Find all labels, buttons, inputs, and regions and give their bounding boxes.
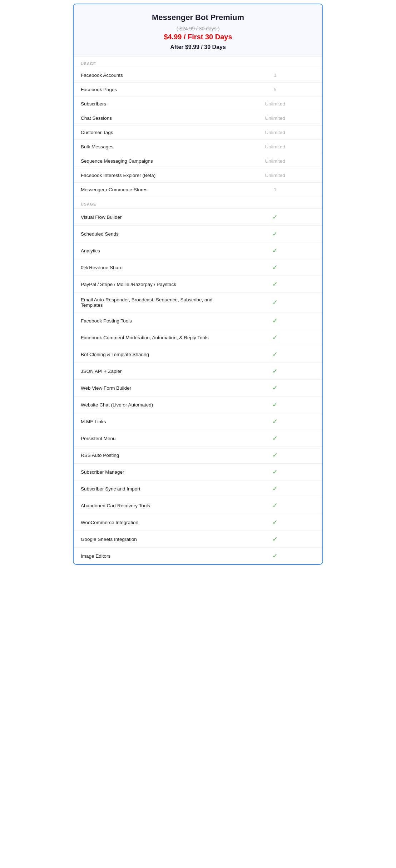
feature-name: 0% Revenue Share [74, 259, 228, 276]
feature-value: ✓ [228, 226, 322, 242]
feature-value: ✓ [228, 329, 322, 346]
feature-name: Facebook Pages [74, 83, 228, 97]
feature-name: M.ME Links [74, 413, 228, 430]
feature-name: Web View Form Builder [74, 380, 228, 396]
feature-value: ✓ [228, 430, 322, 447]
feature-value: ✓ [228, 363, 322, 380]
feature-name: Subscriber Manager [74, 464, 228, 480]
feature-name: Subscribers [74, 97, 228, 111]
feature-name: Email Auto-Responder, Broadcast, Sequenc… [74, 293, 228, 312]
feature-value: 5 [228, 83, 322, 97]
feature-name: Persistent Menu [74, 430, 228, 447]
feature-value: ✓ [228, 242, 322, 259]
feature-name: Visual Flow Builder [74, 209, 228, 226]
feature-value: ✓ [228, 497, 322, 514]
feature-value: ✓ [228, 259, 322, 276]
feature-name: Customer Tags [74, 125, 228, 140]
feature-name: Sequence Messaging Campaigns [74, 154, 228, 168]
feature-name: Bulk Messages [74, 140, 228, 154]
feature-value: ✓ [228, 380, 322, 396]
feature-value: ✓ [228, 346, 322, 363]
feature-value: Unlimited [228, 154, 322, 168]
feature-value: ✓ [228, 396, 322, 413]
original-price: ( $24.99 / 30 days ) [81, 26, 315, 31]
feature-value: ✓ [228, 480, 322, 497]
feature-value: ✓ [228, 464, 322, 480]
feature-value: Unlimited [228, 111, 322, 125]
plan-title: Messenger Bot Premium [81, 13, 315, 22]
feature-name: Scheduled Sends [74, 226, 228, 242]
feature-name: Facebook Comment Moderation, Automation,… [74, 329, 228, 346]
feature-name: Image Editors [74, 548, 228, 564]
feature-name: RSS Auto Posting [74, 447, 228, 464]
feature-name: Bot Cloning & Template Sharing [74, 346, 228, 363]
section-label: USAGE [74, 197, 322, 209]
feature-value: ✓ [228, 413, 322, 430]
feature-value: 1 [228, 68, 322, 83]
feature-value: Unlimited [228, 140, 322, 154]
feature-value: ✓ [228, 312, 322, 329]
feature-name: Google Sheets Integration [74, 531, 228, 548]
feature-value: ✓ [228, 209, 322, 226]
feature-name: Messenger eCommerce Stores [74, 183, 228, 197]
promo-price: $4.99 / First 30 Days [81, 33, 315, 41]
feature-name: WooCommerce Integration [74, 514, 228, 531]
feature-name: Facebook Posting Tools [74, 312, 228, 329]
feature-name: PayPal / Stripe / Mollie /Razorpay / Pay… [74, 276, 228, 293]
feature-name: JSON API + Zapier [74, 363, 228, 380]
feature-name: Subscriber Sync and Import [74, 480, 228, 497]
section-label: USAGE [74, 56, 322, 68]
feature-value: ✓ [228, 514, 322, 531]
features-table: USAGEFacebook Accounts1Facebook Pages5Su… [74, 56, 322, 564]
feature-name: Analytics [74, 242, 228, 259]
feature-value: ✓ [228, 531, 322, 548]
feature-value: Unlimited [228, 125, 322, 140]
feature-name: Facebook Interests Explorer (Beta) [74, 168, 228, 183]
feature-value: ✓ [228, 447, 322, 464]
feature-value: 1 [228, 183, 322, 197]
feature-value: ✓ [228, 548, 322, 564]
card-header: Messenger Bot Premium ( $24.99 / 30 days… [74, 4, 322, 56]
feature-name: Facebook Accounts [74, 68, 228, 83]
feature-name: Website Chat (Live or Automated) [74, 396, 228, 413]
feature-value: Unlimited [228, 97, 322, 111]
feature-value: ✓ [228, 293, 322, 312]
after-price: After $9.99 / 30 Days [81, 44, 315, 50]
feature-name: Chat Sessions [74, 111, 228, 125]
feature-value: ✓ [228, 276, 322, 293]
pricing-card: Messenger Bot Premium ( $24.99 / 30 days… [73, 4, 323, 565]
feature-name: Abandoned Cart Recovery Tools [74, 497, 228, 514]
feature-value: Unlimited [228, 168, 322, 183]
